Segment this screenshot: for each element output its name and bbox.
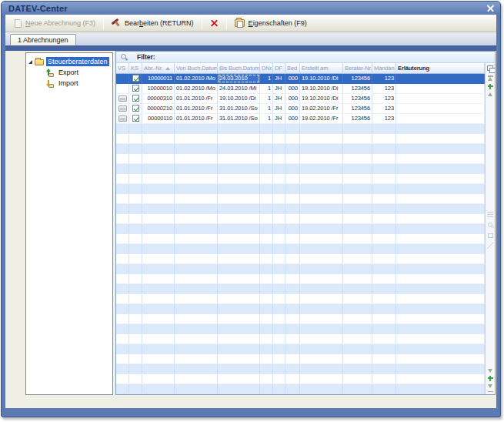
- cell-berater[interactable]: 123456: [343, 104, 372, 113]
- cell-erl[interactable]: [396, 94, 485, 103]
- cell-ks[interactable]: [129, 94, 142, 103]
- tab-abrechnungen[interactable]: 1 Abrechnungen: [10, 34, 76, 45]
- cell-mandant[interactable]: 123: [372, 74, 396, 83]
- column-header-mandant[interactable]: Mandan: [372, 63, 396, 74]
- cell-bed[interactable]: 000: [285, 104, 300, 113]
- cell-berater[interactable]: 123456: [343, 114, 372, 123]
- cell-dnr[interactable]: 1: [260, 94, 273, 103]
- cell-abr_nr[interactable]: 10000011: [142, 74, 175, 83]
- cell-abr_nr[interactable]: 00000210: [142, 104, 175, 113]
- list-view-icon[interactable]: [487, 212, 493, 217]
- cell-dnr[interactable]: 1: [260, 104, 273, 113]
- tree-export-label[interactable]: Export: [57, 68, 80, 77]
- scroll-to-bottom-icon[interactable]: [488, 391, 493, 393]
- cell-ks[interactable]: [129, 114, 142, 123]
- grid-options-icon[interactable]: [488, 233, 493, 238]
- tree-root-label[interactable]: Steuerberaterdaten: [46, 57, 109, 66]
- column-header-vs[interactable]: VS: [116, 63, 129, 74]
- cell-erstellt[interactable]: 19.10.2010 /Di: [300, 84, 343, 93]
- cell-dnr[interactable]: 1: [260, 114, 273, 123]
- cell-vs[interactable]: [116, 94, 129, 103]
- cell-bis[interactable]: 31.01.2010 /So: [218, 104, 260, 113]
- tree-item-steuerberaterdaten[interactable]: Steuerberaterdaten: [26, 56, 112, 67]
- column-header-von[interactable]: Von Buch.Datum: [175, 63, 218, 74]
- column-header-erstellt[interactable]: Erstellt am: [300, 63, 343, 74]
- new-abrechnung-button[interactable]: Neue Abrechnung (F3): [9, 15, 101, 31]
- eigenschaften-button[interactable]: Eigenschaften (F9): [229, 15, 312, 31]
- cell-erl[interactable]: [396, 84, 485, 93]
- cell-abr_nr[interactable]: 00000110: [142, 114, 175, 123]
- cell-bed[interactable]: 000: [285, 74, 300, 83]
- cell-bed[interactable]: 000: [285, 114, 300, 123]
- cell-dnr[interactable]: 1: [260, 74, 273, 83]
- cell-vs[interactable]: [116, 104, 129, 113]
- cell-berater[interactable]: 123456: [343, 84, 372, 93]
- add-row-bottom-icon[interactable]: [488, 376, 493, 381]
- cell-df[interactable]: JH: [273, 94, 285, 103]
- cell-erl[interactable]: [396, 104, 485, 113]
- cell-vs[interactable]: [116, 74, 129, 83]
- cell-berater[interactable]: 123456: [343, 74, 372, 83]
- cell-mandant[interactable]: 123: [372, 114, 396, 123]
- column-chooser-icon[interactable]: [487, 65, 494, 72]
- cell-erstellt[interactable]: 19.02.2010 /Fr: [300, 104, 343, 113]
- cell-von[interactable]: 01.01.2010 /Fr: [175, 114, 218, 123]
- column-header-df[interactable]: DF: [273, 63, 285, 74]
- cell-ks[interactable]: [129, 104, 142, 113]
- cell-df[interactable]: JH: [273, 114, 285, 123]
- cell-von[interactable]: 01.02.2010 /Mo: [175, 74, 218, 83]
- column-header-abr_nr[interactable]: Abr.-Nr.: [142, 63, 175, 74]
- tree-item-export[interactable]: Export: [26, 67, 112, 78]
- close-icon[interactable]: [487, 5, 494, 12]
- cell-abr_nr[interactable]: 10000010: [142, 84, 175, 93]
- cell-berater[interactable]: 123456: [343, 94, 372, 103]
- cell-ks[interactable]: [129, 74, 142, 83]
- table-row[interactable]: 0000021001.01.2010 /Fr31.01.2010 /So1JH0…: [116, 104, 485, 114]
- table-row[interactable]: 1000001101.02.2010 /Mo24.03.20101JH00019…: [116, 74, 485, 84]
- cell-von[interactable]: 01.02.2010 /Mo: [175, 84, 218, 93]
- cell-bis[interactable]: 24.03.2010 /Mi: [218, 84, 260, 93]
- cell-von[interactable]: 01.01.2010 /Fr: [175, 94, 218, 103]
- cell-bis[interactable]: 24.03.2010: [218, 74, 260, 83]
- table-row[interactable]: 0000011001.01.2010 /Fr31.01.2010 /So1JH0…: [116, 114, 485, 124]
- table-row[interactable]: 1000001001.02.2010 /Mo24.03.2010 /Mi1JH0…: [116, 84, 485, 94]
- cell-bis[interactable]: 19.10.2010 /Di: [218, 94, 260, 103]
- column-header-berater[interactable]: Berater-Nr.: [343, 63, 372, 74]
- column-header-ks[interactable]: KS: [129, 63, 142, 74]
- cell-vs[interactable]: [116, 114, 129, 123]
- cell-df[interactable]: JH: [273, 104, 285, 113]
- cell-dnr[interactable]: 1: [260, 84, 273, 93]
- page-up-icon[interactable]: [488, 92, 492, 96]
- cell-bed[interactable]: 000: [285, 84, 300, 93]
- scroll-down-icon[interactable]: [488, 384, 492, 388]
- scroll-up-icon[interactable]: [488, 77, 492, 81]
- page-down-icon[interactable]: [488, 369, 492, 373]
- search-icon[interactable]: [120, 53, 128, 61]
- cell-ks[interactable]: [129, 84, 142, 93]
- cell-erl[interactable]: [396, 114, 485, 123]
- zoom-icon[interactable]: [487, 222, 494, 229]
- cell-df[interactable]: JH: [273, 84, 285, 93]
- cell-von[interactable]: 01.01.2010 /Fr: [175, 104, 218, 113]
- bearbeiten-button[interactable]: Bearbeiten (RETURN): [106, 15, 199, 31]
- cell-erstellt[interactable]: 19.10.2010 /Di: [300, 74, 343, 83]
- cell-mandant[interactable]: 123: [372, 104, 396, 113]
- add-row-icon[interactable]: [488, 84, 493, 89]
- tree-import-label[interactable]: Import: [57, 79, 80, 88]
- table-row[interactable]: 0000031001.01.2010 /Fr19.10.2010 /Di1JH0…: [116, 94, 485, 104]
- cell-abr_nr[interactable]: 00000310: [142, 94, 175, 103]
- cell-erstellt[interactable]: 19.10.2010 /Di: [300, 94, 343, 103]
- cell-mandant[interactable]: 123: [372, 84, 396, 93]
- cell-bed[interactable]: 000: [285, 94, 300, 103]
- delete-button[interactable]: [205, 15, 224, 31]
- column-header-bis[interactable]: Bis Buch.Datum: [218, 63, 260, 74]
- cell-erstellt[interactable]: 19.02.2010 /Fr: [300, 114, 343, 123]
- cell-erl[interactable]: [396, 74, 485, 83]
- cell-mandant[interactable]: 123: [372, 94, 396, 103]
- tree-item-import[interactable]: Import: [26, 78, 112, 89]
- cell-df[interactable]: JH: [273, 74, 285, 83]
- cell-vs[interactable]: [116, 84, 129, 93]
- cell-bis[interactable]: 31.01.2010 /So: [218, 114, 260, 123]
- tree-expander-icon[interactable]: [28, 60, 32, 64]
- column-header-dnr[interactable]: DNr.: [260, 63, 273, 74]
